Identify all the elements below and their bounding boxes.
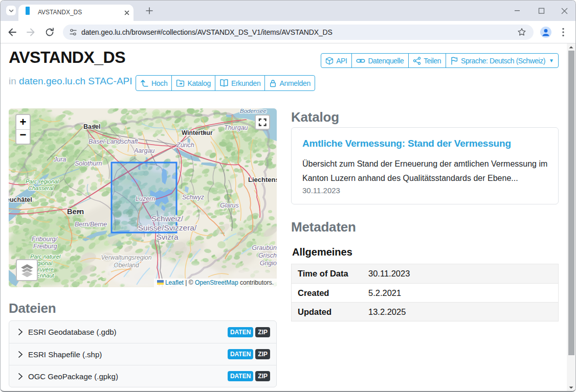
svg-text:Thurgau: Thurgau (224, 124, 248, 131)
svg-text:Verwaltungsregion: Verwaltungsregion (101, 254, 152, 261)
svg-text:Bern: Bern (67, 207, 84, 216)
svg-text:Grisch: Grisch (258, 252, 277, 259)
svg-text:Suisse/Svizzera/: Suisse/Svizzera/ (138, 223, 197, 232)
svg-text:Parc régional: Parc régional (26, 178, 59, 185)
svg-text:Bodensee: Bodensee (240, 108, 267, 114)
svg-text:Freiburg: Freiburg (33, 243, 57, 250)
svg-text:Chasseral: Chasseral (28, 185, 54, 191)
svg-text:Neuchâtel: Neuchâtel (9, 196, 32, 203)
svg-text:Schweiz/: Schweiz/ (151, 214, 184, 223)
svg-text:Grigio: Grigio (260, 260, 277, 267)
svg-text:Graubün: Graubün (252, 244, 277, 251)
svg-text:Aargau: Aargau (134, 147, 154, 154)
svg-text:Basel: Basel (83, 123, 100, 130)
svg-text:Jura: Jura (53, 156, 66, 163)
svg-text:Solothurn: Solothurn (75, 160, 102, 167)
svg-text:Basel-Landschaft: Basel-Landschaft (88, 138, 138, 145)
svg-text:Schwyz: Schwyz (182, 194, 205, 201)
svg-text:Glarus: Glarus (220, 202, 239, 209)
svg-text:Oberland: Oberland (114, 262, 139, 269)
svg-text:Fribourg/: Fribourg/ (32, 236, 58, 243)
svg-text:Winterthur: Winterthur (182, 129, 213, 136)
svg-text:Svizra: Svizra (156, 233, 178, 241)
svg-text:Bern/Berne: Bern/Berne (75, 221, 107, 228)
svg-text:Luzern: Luzern (136, 195, 155, 202)
svg-text:Zürich: Zürich (176, 142, 194, 149)
svg-text:Liechtenstein: Liechtenstein (248, 176, 277, 183)
